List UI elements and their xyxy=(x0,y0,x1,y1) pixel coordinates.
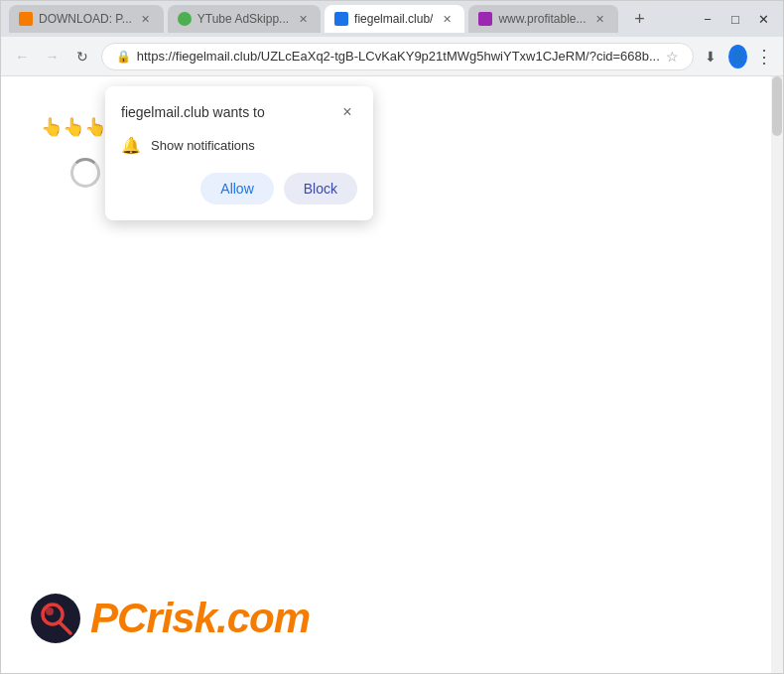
download-icon[interactable]: ⬇ xyxy=(702,45,720,68)
svg-point-3 xyxy=(46,607,54,615)
address-text: https://fiegelmail.club/UZLcEaXq2-tgB-LC… xyxy=(137,49,660,64)
lock-icon: 🔒 xyxy=(116,50,131,64)
new-tab-button[interactable]: + xyxy=(626,5,654,33)
popup-title: fiegelmail.club wants to xyxy=(121,104,265,120)
tab-fiegelmail[interactable]: fiegelmail.club/ ✕ xyxy=(325,5,464,33)
allow-button[interactable]: Allow xyxy=(200,173,273,204)
popup-buttons: Allow Block xyxy=(121,173,357,204)
tab-close-2[interactable]: ✕ xyxy=(295,11,311,27)
tab-label-1: DOWNLOAD: P... xyxy=(39,12,132,26)
popup-notification-row: 🔔 Show notifications xyxy=(121,136,357,155)
browser-frame: DOWNLOAD: P... ✕ YTube AdSkipp... ✕ fieg… xyxy=(0,0,784,674)
watermark-pc: PC xyxy=(90,595,146,641)
notification-popup: fiegelmail.club wants to × 🔔 Show notifi… xyxy=(105,86,373,220)
scrollbar[interactable] xyxy=(771,76,783,673)
title-bar: DOWNLOAD: P... ✕ YTube AdSkipp... ✕ fieg… xyxy=(1,1,783,37)
tab-label-3: fiegelmail.club/ xyxy=(354,12,433,26)
tab-close-4[interactable]: ✕ xyxy=(592,11,608,27)
watermark-risk: risk xyxy=(146,595,216,641)
tab-label-4: www.profitable... xyxy=(498,12,586,26)
tab-favicon-3 xyxy=(334,12,348,26)
window-controls: − □ ✕ xyxy=(696,10,775,28)
block-button[interactable]: Block xyxy=(284,173,357,204)
menu-icon[interactable]: ⋮ xyxy=(755,46,773,67)
pcrisk-logo xyxy=(31,594,80,643)
back-button[interactable]: ← xyxy=(11,43,33,70)
bookmark-icon[interactable]: ☆ xyxy=(666,49,679,65)
address-bar: ← → ↻ 🔒 https://fiegelmail.club/UZLcEaXq… xyxy=(1,37,783,76)
tab-download[interactable]: DOWNLOAD: P... ✕ xyxy=(9,5,164,33)
tab-favicon-1 xyxy=(19,12,33,26)
tab-close-3[interactable]: ✕ xyxy=(439,11,455,27)
tab-ytube[interactable]: YTube AdSkipp... ✕ xyxy=(168,5,321,33)
close-button[interactable]: ✕ xyxy=(751,10,775,28)
watermark-com: .com xyxy=(216,595,310,641)
notification-text: Show notifications xyxy=(151,138,255,153)
profile-icon[interactable]: 👤 xyxy=(728,45,747,68)
page-content: fiegelmail.club wants to × 🔔 Show notifi… xyxy=(1,76,783,673)
loading-spinner xyxy=(70,158,100,188)
bell-icon: 🔔 xyxy=(121,136,141,155)
watermark: PCrisk.com xyxy=(31,594,310,643)
tab-label-2: YTube AdSkipp... xyxy=(197,12,289,26)
forward-button[interactable]: → xyxy=(41,43,63,70)
tab-profitable[interactable]: www.profitable... ✕ xyxy=(468,5,617,33)
popup-header: fiegelmail.club wants to × xyxy=(121,102,357,122)
minimize-button[interactable]: − xyxy=(696,10,719,28)
tab-close-1[interactable]: ✕ xyxy=(138,11,154,27)
watermark-text: PCrisk.com xyxy=(90,595,310,642)
logo-svg xyxy=(33,596,78,641)
tab-favicon-4 xyxy=(478,12,492,26)
popup-close-button[interactable]: × xyxy=(337,102,357,122)
reload-button[interactable]: ↻ xyxy=(71,43,93,70)
tab-favicon-2 xyxy=(178,12,192,26)
scrollbar-thumb[interactable] xyxy=(772,76,782,136)
maximize-button[interactable]: □ xyxy=(723,10,747,28)
address-input[interactable]: 🔒 https://fiegelmail.club/UZLcEaXq2-tgB-… xyxy=(101,43,694,70)
